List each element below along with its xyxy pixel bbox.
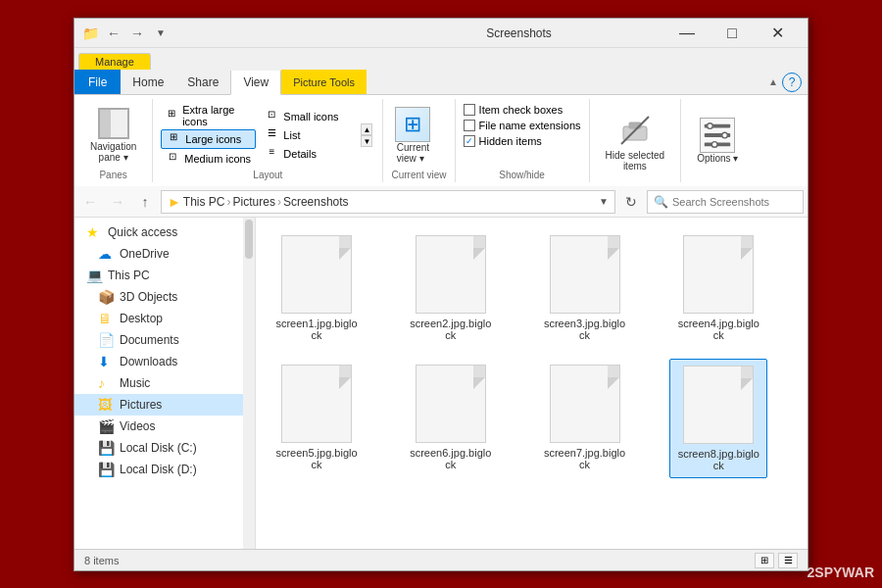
redo-button[interactable]: → xyxy=(126,23,148,44)
sidebar-item-desktop[interactable]: 🖥 Desktop xyxy=(74,308,255,329)
address-path[interactable]: ► This PC › Pictures › Screenshots ▼ xyxy=(161,190,615,214)
small-icon: ⊡ xyxy=(264,109,279,124)
ribbon-collapse-button[interactable]: ▲ xyxy=(768,76,778,87)
forward-button[interactable]: → xyxy=(106,190,129,214)
sidebar-item-music[interactable]: ♪ Music xyxy=(74,372,255,394)
layout-details[interactable]: ≡ Details xyxy=(260,145,355,163)
file-item-2[interactable]: screen2.jpg.biglock xyxy=(402,229,500,347)
layout-list[interactable]: ☰ List xyxy=(260,126,355,144)
file-name: screen6.jpg.biglock xyxy=(408,447,494,470)
layout-content: ⊞ Extra large icons ⊞ Large icons ⊡ Medi… xyxy=(161,99,374,168)
sidebar-item-downloads[interactable]: ⬇ Downloads xyxy=(74,351,255,372)
file-thumb-fold xyxy=(339,366,351,377)
file-item-3[interactable]: screen3.jpg.biglock xyxy=(536,229,634,347)
options-group-label xyxy=(689,178,746,182)
tab-share[interactable]: Share xyxy=(175,70,230,94)
sidebar-item-quick-access[interactable]: ★ Quick access xyxy=(74,221,255,243)
hidden-items-toggle[interactable]: ✓ Hidden items xyxy=(464,134,542,148)
layout-medium[interactable]: ⊡ Medium icons xyxy=(161,150,256,168)
details-view-button[interactable]: ☰ xyxy=(778,553,798,568)
nav-pane-icon xyxy=(98,108,129,139)
file-extensions-toggle[interactable]: File name extensions xyxy=(464,119,581,132)
tab-home[interactable]: Home xyxy=(121,70,175,94)
close-button[interactable]: ✕ xyxy=(755,19,800,48)
desktop-icon: 🖥 xyxy=(98,311,114,326)
search-input[interactable] xyxy=(672,196,808,208)
path-pictures[interactable]: Pictures xyxy=(233,195,275,209)
file-item-7[interactable]: screen7.jpg.biglock xyxy=(536,359,634,478)
search-box: 🔍 xyxy=(647,190,804,214)
item-checkboxes-toggle[interactable]: Item check boxes xyxy=(464,103,564,117)
search-icon: 🔍 xyxy=(654,195,668,209)
refresh-button[interactable]: ↻ xyxy=(619,190,643,214)
path-screenshots[interactable]: Screenshots xyxy=(283,195,349,209)
sidebar-item-local-disk-d[interactable]: 💾 Local Disk (D:) xyxy=(74,459,255,480)
hide-icon-svg xyxy=(615,111,655,150)
grid-view-button[interactable]: ⊞ xyxy=(755,553,774,568)
nav-pane-label: Navigationpane ▾ xyxy=(90,141,136,163)
navigation-pane-button[interactable]: Navigationpane ▾ xyxy=(82,104,144,167)
sidebar-item-onedrive[interactable]: ☁ OneDrive xyxy=(74,243,255,265)
manage-tab[interactable]: Manage xyxy=(78,53,151,70)
local-disk-d-icon: 💾 xyxy=(98,462,114,477)
undo-button[interactable]: ← xyxy=(103,23,124,44)
file-name: screen5.jpg.biglock xyxy=(273,447,360,470)
current-view-icon: ⊞ xyxy=(395,107,430,142)
this-pc-label: This PC xyxy=(108,269,150,282)
sidebar-item-this-pc[interactable]: 💻 This PC xyxy=(74,265,255,286)
layout-extra-large[interactable]: ⊞ Extra large icons xyxy=(161,103,256,128)
qa-dropdown-button[interactable]: ▼ xyxy=(150,23,172,44)
status-bar: 8 items ⊞ ☰ xyxy=(74,549,808,570)
file-thumb-fold xyxy=(608,236,619,248)
file-item-8[interactable]: screen8.jpg.biglock xyxy=(669,359,767,478)
current-view-button[interactable]: ⊞ Currentview ▾ xyxy=(391,105,434,166)
documents-icon: 📄 xyxy=(98,332,114,348)
ribbon-tabs: File Home Share View Picture Tools ▲ ? xyxy=(74,70,808,95)
maximize-button[interactable]: □ xyxy=(710,19,755,48)
file-extensions-cb xyxy=(464,120,475,131)
sidebar-item-pictures[interactable]: 🖼 Pictures xyxy=(74,394,255,416)
medium-icon: ⊡ xyxy=(165,151,180,167)
file-thumb-fold xyxy=(473,366,485,377)
file-item-1[interactable]: screen1.jpg.biglock xyxy=(268,229,366,347)
layout-large[interactable]: ⊞ Large icons xyxy=(161,129,256,149)
pictures-icon: 🖼 xyxy=(98,397,114,413)
file-item-5[interactable]: screen5.jpg.biglock xyxy=(268,359,366,478)
showhide-content: Item check boxes File name extensions ✓ … xyxy=(464,99,581,168)
file-thumb-fold xyxy=(339,236,351,248)
back-button[interactable]: ← xyxy=(78,190,102,214)
content-area[interactable]: screen1.jpg.biglock screen2.jpg.biglock … xyxy=(256,218,808,549)
sidebar-item-3d-objects[interactable]: 📦 3D Objects xyxy=(74,286,255,308)
layout-expand-down[interactable]: ▼ xyxy=(361,135,372,147)
file-thumb xyxy=(683,235,754,314)
file-thumb xyxy=(550,365,620,443)
layout-group-label: Layout xyxy=(161,168,374,182)
current-view-label: Currentview ▾ xyxy=(397,142,429,164)
sidebar-item-local-disk-c[interactable]: 💾 Local Disk (C:) xyxy=(74,437,255,459)
hide-selected-group-label xyxy=(598,178,673,182)
up-button[interactable]: ↑ xyxy=(133,190,157,214)
tab-view[interactable]: View xyxy=(230,71,281,95)
minimize-button[interactable]: — xyxy=(664,19,710,48)
path-dropdown-button[interactable]: ▼ xyxy=(599,196,609,207)
tab-picture-tools[interactable]: Picture Tools xyxy=(281,70,367,94)
sidebar-item-documents[interactable]: 📄 Documents xyxy=(74,329,255,351)
layout-expand-up[interactable]: ▲ xyxy=(361,123,372,135)
layout-group: ⊞ Extra large icons ⊞ Large icons ⊡ Medi… xyxy=(153,99,383,182)
file-thumb-fold xyxy=(741,236,753,248)
sidebar-item-videos[interactable]: 🎬 Videos xyxy=(74,416,255,437)
sidebar-scrollbar-thumb[interactable] xyxy=(245,220,253,259)
hidden-items-cb: ✓ xyxy=(464,135,475,147)
path-this-pc[interactable]: This PC xyxy=(183,195,225,209)
file-item-6[interactable]: screen6.jpg.biglock xyxy=(402,359,500,478)
options-button[interactable]: Options ▾ xyxy=(689,114,746,168)
hide-selected-icon xyxy=(615,111,655,150)
help-button[interactable]: ? xyxy=(782,73,802,92)
file-item-4[interactable]: screen4.jpg.biglock xyxy=(669,229,767,347)
path-folder-icon: ► xyxy=(168,194,181,210)
title-bar-left: 📁 ← → ▼ xyxy=(82,23,373,44)
tab-file[interactable]: File xyxy=(74,70,121,94)
layout-small[interactable]: ⊡ Small icons xyxy=(260,108,355,125)
svg-point-7 xyxy=(722,132,728,138)
hide-selected-button[interactable]: Hide selecteditems xyxy=(598,107,673,175)
